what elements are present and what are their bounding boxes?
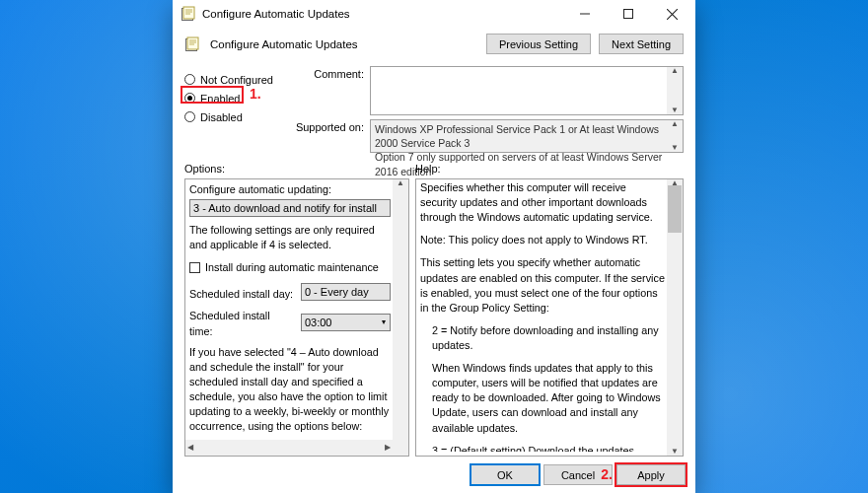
svg-rect-4 xyxy=(187,37,198,49)
time-select[interactable]: 03:00 ▾ xyxy=(301,314,391,331)
window-title: Configure Automatic Updates xyxy=(202,8,563,20)
header-row: Configure Automatic Updates Previous Set… xyxy=(184,34,684,54)
help-p5: When Windows finds updates that apply to… xyxy=(420,361,665,436)
scrollbar-v[interactable]: ▲ ▼ xyxy=(667,67,683,114)
chevron-left-icon: ◀ xyxy=(187,444,193,452)
install-maintenance-checkbox[interactable]: Install during automatic maintenance xyxy=(189,260,391,275)
supported-label: Supported on: xyxy=(283,119,364,153)
options-pane: Configure automatic updating: 3 - Auto d… xyxy=(184,178,409,457)
chevron-down-icon: ▾ xyxy=(382,317,386,327)
options-note: The following settings are only required… xyxy=(189,223,391,252)
scrollbar-v[interactable]: ▲ ▼ xyxy=(393,179,408,456)
chevron-down-icon: ▼ xyxy=(671,448,679,456)
state-radio-group: Not Configured Enabled Disabled xyxy=(184,66,283,153)
radio-label: Not Configured xyxy=(200,74,273,86)
configure-select[interactable]: 3 - Auto download and notify for install xyxy=(189,199,391,217)
help-p6: 3 = (Default setting) Download the updat… xyxy=(420,444,665,452)
chevron-down-icon: ▼ xyxy=(671,106,679,114)
help-p1: Specifies whether this computer will rec… xyxy=(420,180,665,225)
close-button[interactable] xyxy=(650,0,693,28)
configure-label: Configure automatic updating: xyxy=(189,182,391,197)
next-setting-button[interactable]: Next Setting xyxy=(599,34,684,54)
help-p2: Note: This policy does not apply to Wind… xyxy=(420,233,665,247)
scrollbar-h[interactable]: ◀ ▶ xyxy=(185,440,408,456)
comment-textarea[interactable]: ▲ ▼ xyxy=(370,66,684,115)
annotation-box-2 xyxy=(615,462,687,487)
chevron-right-icon: ▶ xyxy=(385,444,391,452)
radio-icon xyxy=(184,74,195,85)
annotation-box-1 xyxy=(181,86,244,104)
supported-on-field: Windows XP Professional Service Pack 1 o… xyxy=(370,119,684,153)
svg-rect-2 xyxy=(624,10,633,19)
radio-label: Disabled xyxy=(200,111,243,123)
maximize-button[interactable] xyxy=(607,0,650,28)
scrollbar-v[interactable]: ▲ ▼ xyxy=(667,179,683,456)
day-select[interactable]: 0 - Every day xyxy=(301,283,391,301)
checkbox-icon xyxy=(189,262,200,273)
titlebar: Configure Automatic Updates xyxy=(173,0,695,28)
annotation-2-label: 2. xyxy=(601,466,613,482)
state-and-fields: Not Configured Enabled Disabled 1. Comme… xyxy=(184,66,684,153)
radio-icon xyxy=(184,111,195,122)
radio-disabled[interactable]: Disabled xyxy=(184,107,283,126)
scrollbar-thumb[interactable] xyxy=(668,185,682,233)
scrollbar-v[interactable]: ▲ ▼ xyxy=(667,120,683,152)
comment-label: Comment: xyxy=(283,66,364,115)
ok-button[interactable]: OK xyxy=(470,464,540,485)
chevron-down-icon: ▼ xyxy=(671,144,679,152)
time-label: Scheduled install time: xyxy=(189,309,295,338)
previous-setting-button[interactable]: Previous Setting xyxy=(486,34,591,54)
minimize-button[interactable] xyxy=(563,0,607,28)
day-label: Scheduled install day: xyxy=(189,287,295,302)
policy-icon xyxy=(184,36,200,52)
chevron-up-icon: ▲ xyxy=(671,120,679,128)
time-value: 03:00 xyxy=(305,317,332,328)
annotation-1-label: 1. xyxy=(250,86,261,102)
chevron-up-icon: ▲ xyxy=(671,67,679,75)
gpo-dialog: Configure Automatic Updates Configure Au… xyxy=(173,0,695,493)
help-pane: Specifies whether this computer will rec… xyxy=(415,178,684,457)
help-p3: This setting lets you specify whether au… xyxy=(420,255,665,315)
limit-text: If you have selected "4 – Auto download … xyxy=(189,345,391,435)
checkbox-label: Install during automatic maintenance xyxy=(205,260,379,275)
dialog-buttons: OK Cancel Apply 2. xyxy=(173,457,695,493)
chevron-up-icon: ▲ xyxy=(397,179,404,187)
svg-rect-1 xyxy=(183,7,194,19)
policy-title: Configure Automatic Updates xyxy=(208,38,478,50)
policy-icon xyxy=(181,6,196,22)
help-p4: 2 = Notify before downloading and instal… xyxy=(420,323,665,353)
